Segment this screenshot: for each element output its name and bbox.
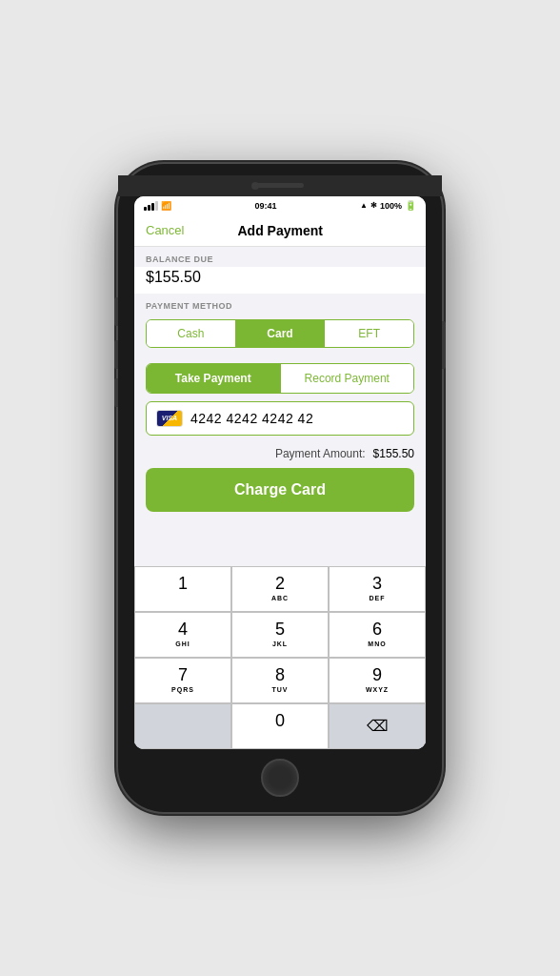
key-delete[interactable]: ⌫ xyxy=(329,703,426,749)
location-icon: ▲ xyxy=(360,201,368,210)
status-time: 09:41 xyxy=(255,201,277,211)
key-8[interactable]: 8 TUV xyxy=(231,658,329,703)
balance-value: $155.50 xyxy=(134,267,426,294)
speaker xyxy=(256,183,304,188)
record-payment-button[interactable]: Record Payment xyxy=(281,364,414,393)
page-title: Add Payment xyxy=(238,223,323,238)
key-2[interactable]: 2 ABC xyxy=(231,566,329,612)
bluetooth-icon: ✻ xyxy=(370,201,377,210)
nav-bar: Cancel Add Payment xyxy=(134,215,426,247)
card-number: 4242 4242 4242 42 xyxy=(190,411,313,426)
payment-card-button[interactable]: Card xyxy=(236,320,326,347)
keypad-row-4: 0 ⌫ xyxy=(134,703,426,749)
payment-amount-label: Payment Amount: xyxy=(275,447,366,460)
take-payment-button[interactable]: Take Payment xyxy=(147,364,281,393)
payment-cash-button[interactable]: Cash xyxy=(147,320,236,347)
charge-card-button[interactable]: Charge Card xyxy=(146,468,414,512)
keypad: 1 2 ABC 3 DEF 4 GHI 5 xyxy=(134,566,426,749)
home-button[interactable] xyxy=(261,759,299,797)
phone-top-bar xyxy=(118,175,442,196)
action-segment: Take Payment Record Payment xyxy=(146,363,414,394)
visa-icon: VISA xyxy=(156,410,183,427)
status-left: 📶 xyxy=(144,201,171,211)
status-right: ▲ ✻ 100% 🔋 xyxy=(360,200,416,211)
battery-icon: 🔋 xyxy=(405,200,416,211)
key-6[interactable]: 6 MNO xyxy=(329,612,426,658)
payment-eft-button[interactable]: EFT xyxy=(325,320,413,347)
payment-amount-row: Payment Amount: $155.50 xyxy=(134,443,426,468)
keypad-row-1: 1 2 ABC 3 DEF xyxy=(134,566,426,612)
keypad-row-2: 4 GHI 5 JKL 6 MNO xyxy=(134,612,426,658)
phone-screen: 📶 09:41 ▲ ✻ 100% 🔋 Cancel Add Payment BA… xyxy=(134,196,426,749)
key-9[interactable]: 9 WXYZ xyxy=(329,658,426,703)
key-1[interactable]: 1 xyxy=(134,566,231,612)
status-bar: 📶 09:41 ▲ ✻ 100% 🔋 xyxy=(134,196,426,215)
signal-icon xyxy=(144,201,158,211)
camera xyxy=(251,182,259,190)
wifi-icon: 📶 xyxy=(161,201,171,211)
battery-text: 100% xyxy=(380,201,402,211)
delete-icon: ⌫ xyxy=(367,717,389,735)
key-empty xyxy=(134,703,231,749)
card-info-row: VISA 4242 4242 4242 42 xyxy=(146,401,414,436)
key-0[interactable]: 0 xyxy=(231,703,329,749)
balance-label: BALANCE DUE xyxy=(134,247,426,267)
phone-frame: 📶 09:41 ▲ ✻ 100% 🔋 Cancel Add Payment BA… xyxy=(118,164,442,812)
key-7[interactable]: 7 PQRS xyxy=(134,658,231,703)
key-5[interactable]: 5 JKL xyxy=(231,612,329,658)
content-area: BALANCE DUE $155.50 PAYMENT METHOD Cash … xyxy=(134,247,426,566)
home-area xyxy=(261,749,299,802)
payment-method-section: PAYMENT METHOD Cash Card EFT xyxy=(134,294,426,356)
payment-method-segment: Cash Card EFT xyxy=(146,319,414,348)
balance-section: BALANCE DUE $155.50 xyxy=(134,247,426,294)
key-3[interactable]: 3 DEF xyxy=(329,566,426,612)
payment-method-label: PAYMENT METHOD xyxy=(146,294,414,314)
key-4[interactable]: 4 GHI xyxy=(134,612,231,658)
cancel-button[interactable]: Cancel xyxy=(146,223,184,237)
keypad-row-3: 7 PQRS 8 TUV 9 WXYZ xyxy=(134,658,426,703)
payment-amount-value: $155.50 xyxy=(373,447,414,460)
